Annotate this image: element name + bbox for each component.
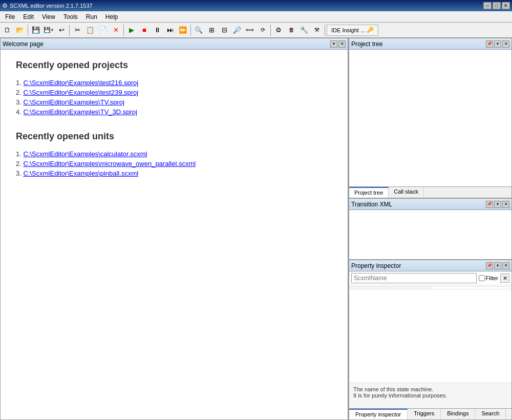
welcome-header-controls: ▾ ✕ [330, 40, 346, 48]
sep4 [190, 25, 191, 36]
transition-xml-close-btn[interactable]: ✕ [502, 201, 509, 208]
property-desc-line2: It is for purely informational purposes. [353, 392, 447, 398]
snap-button[interactable]: ⟺ [244, 24, 256, 36]
tab-call-stack[interactable]: Call stack [389, 187, 424, 198]
table-row [351, 287, 510, 289]
property-description: The name of this state machine. It is fo… [349, 383, 511, 408]
property-inspector-panel: Property inspector 📌 ▾ ✕ Filter ✕ [349, 260, 512, 420]
project-link-4[interactable]: C:\ScxmlEditor\Examples\TV_3D.sproj [23, 108, 137, 116]
grid-button[interactable]: ⊟ [218, 24, 230, 36]
pause-button[interactable]: ⏸ [151, 24, 163, 36]
paste-button[interactable]: 📄 [97, 24, 109, 36]
revert-button[interactable]: ↩ [55, 24, 68, 36]
app-icon: ⚙ [2, 2, 8, 9]
project-tree-content [349, 50, 511, 186]
menu-tools[interactable]: Tools [59, 12, 82, 22]
new-button[interactable]: 🗋 [1, 24, 13, 36]
project-link-3[interactable]: C:\ScxmlEditor\Examples\TV.sproj [23, 98, 124, 106]
list-item: 2. C:\ScxmlEditor\Examples\test239.sproj [16, 89, 332, 96]
list-item: 1. C:\ScxmlEditor\Examples\test216.sproj [16, 79, 332, 87]
menu-view[interactable]: View [38, 12, 59, 22]
delete2-button[interactable]: 🗑 [285, 24, 297, 36]
transition-xml-controls: 📌 ▾ ✕ [486, 201, 509, 208]
project-link-2[interactable]: C:\ScxmlEditor\Examples\test239.sproj [23, 89, 138, 96]
ide-insight-button[interactable]: IDE Insight ... 🔑 [327, 25, 378, 36]
property-inspector-header: Property inspector 📌 ▾ ✕ [349, 260, 511, 271]
property-inspector-tabs: Property inspector Triggers Bindings Sea… [349, 408, 511, 419]
menu-run[interactable]: Run [82, 12, 101, 22]
unit-link-2[interactable]: C:\ScxmlEditor\Examples\microwave_owen_p… [23, 160, 196, 167]
list-item: 3. C:\ScxmlEditor\Examples\pinball.scxml [16, 170, 332, 177]
title-bar: ⚙ SCXML editor version 2.1.7.1537 ─ □ ✕ [0, 0, 512, 11]
tab-property-inspector[interactable]: Property inspector [349, 409, 408, 419]
filter-checkbox-label: Filter [479, 275, 498, 281]
transition-xml-dropdown-btn[interactable]: ▾ [494, 201, 501, 208]
property-inspector-pin-btn[interactable]: 📌 [486, 262, 493, 269]
run-button[interactable]: ▶ [125, 24, 138, 36]
welcome-dropdown-btn[interactable]: ▾ [330, 40, 337, 48]
tab-project-tree[interactable]: Project tree [349, 187, 389, 198]
transition-xml-header-left: Transition XML [351, 201, 392, 208]
tab-triggers[interactable]: Triggers [408, 409, 441, 419]
step-into-button[interactable]: ⏩ [177, 24, 189, 36]
welcome-close-btn[interactable]: ✕ [338, 40, 346, 48]
welcome-content: Recently opened projects 1. C:\ScxmlEdit… [1, 50, 348, 419]
property-inspector-label: Property inspector [351, 262, 401, 269]
menu-help[interactable]: Help [101, 12, 122, 22]
settings2-button[interactable]: ⚒ [311, 24, 323, 36]
layout-button[interactable]: ⊞ [205, 24, 218, 36]
project-tree-controls: 📌 ▾ ✕ [486, 40, 509, 48]
cut-button[interactable]: ✂ [71, 24, 83, 36]
properties-button[interactable]: ⚙ [272, 24, 285, 36]
open-button[interactable]: 📂 [14, 24, 26, 36]
transition-xml-content [349, 210, 511, 259]
project-tree-label: Project tree [351, 40, 382, 48]
save-all-button[interactable]: 💾+ [42, 24, 55, 36]
minimize-button[interactable]: ─ [483, 2, 492, 9]
welcome-page-header: Welcome page ▾ ✕ [1, 38, 348, 50]
sep3 [123, 25, 124, 36]
settings-button[interactable]: 🔧 [298, 24, 310, 36]
transition-xml-pin-btn[interactable]: 📌 [486, 201, 493, 208]
save-button[interactable]: 💾 [30, 24, 42, 36]
project-tree-close-btn[interactable]: ✕ [502, 40, 509, 48]
project-tree-header-left: Project tree [351, 40, 382, 48]
projects-list: 1. C:\ScxmlEditor\Examples\test216.sproj… [16, 79, 332, 116]
menu-edit[interactable]: Edit [19, 12, 38, 22]
tab-search[interactable]: Search [475, 409, 506, 419]
filter-checkbox[interactable] [479, 275, 485, 281]
project-link-1[interactable]: C:\ScxmlEditor\Examples\test216.sproj [23, 79, 138, 87]
sep6 [325, 25, 325, 36]
unit-link-3[interactable]: C:\ScxmlEditor\Examples\pinball.scxml [23, 170, 138, 177]
property-inspector-header-left: Property inspector [351, 262, 401, 269]
property-inspector-dropdown-btn[interactable]: ▾ [494, 262, 501, 269]
step-over-button[interactable]: ⏭ [164, 24, 176, 36]
stop-button[interactable]: ■ [138, 24, 151, 36]
ide-insight-icon: 🔑 [367, 27, 374, 33]
property-search-input[interactable] [351, 273, 477, 283]
menu-file[interactable]: File [1, 12, 19, 22]
filter-label: Filter [486, 275, 498, 281]
welcome-page-tab-label: Welcome page [3, 40, 44, 48]
menu-bar: File Edit View Tools Run Help [0, 11, 512, 23]
project-tree-pin-btn[interactable]: 📌 [486, 40, 493, 48]
title-bar-controls: ─ □ ✕ [483, 2, 510, 9]
toolbar: 🗋 📂 💾 💾+ ↩ ✂ 📋 📄 ✕ ▶ ■ ⏸ ⏭ ⏩ 🔍 ⊞ ⊟ 🔎 ⟺ ⟳… [0, 23, 512, 38]
property-inspector-controls: 📌 ▾ ✕ [486, 262, 509, 269]
property-inspector-close-btn[interactable]: ✕ [502, 262, 509, 269]
transition-xml-panel: Transition XML 📌 ▾ ✕ [349, 198, 512, 260]
rotate-button[interactable]: ⟳ [257, 24, 269, 36]
tab-bindings[interactable]: Bindings [441, 409, 475, 419]
maximize-button[interactable]: □ [493, 2, 501, 9]
property-desc-line1: The name of this state machine. [353, 386, 434, 392]
unit-link-1[interactable]: C:\ScxmlEditor\Examples\calculator.scxml [23, 150, 147, 158]
copy-button[interactable]: 📋 [84, 24, 96, 36]
project-tree-dropdown-btn[interactable]: ▾ [494, 40, 501, 48]
delete-button[interactable]: ✕ [110, 24, 122, 36]
clear-search-button[interactable]: ✕ [500, 274, 509, 283]
zoom-in-button[interactable]: 🔎 [231, 24, 243, 36]
property-search-bar: Filter ✕ [349, 271, 511, 285]
transition-xml-label: Transition XML [351, 201, 392, 208]
close-button[interactable]: ✕ [502, 2, 510, 9]
find-button[interactable]: 🔍 [193, 24, 205, 36]
